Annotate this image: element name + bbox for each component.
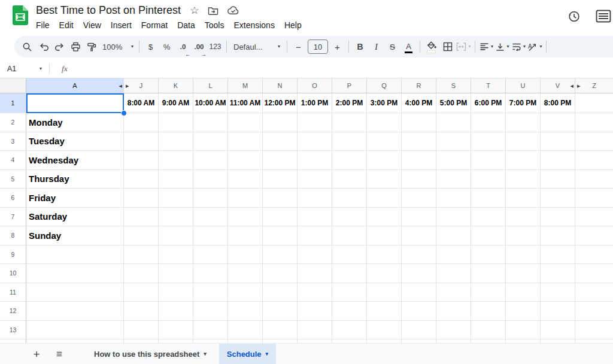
cell[interactable] [193,245,228,265]
column-header-A[interactable]: A◀ [26,78,124,93]
cell[interactable] [436,302,471,321]
column-header-V[interactable]: V◀ [541,78,575,93]
cell[interactable] [263,283,298,302]
cell[interactable] [575,151,613,170]
cell[interactable] [263,321,298,340]
cell[interactable] [228,170,263,189]
cell[interactable] [471,189,506,208]
increase-decimal-button[interactable]: .00 → [191,38,207,55]
cell[interactable] [471,208,506,227]
decrease-decimal-button[interactable]: .0 ← [175,38,191,55]
cell[interactable] [193,208,228,227]
text-rotation-button[interactable]: A ▾ [527,38,543,55]
column-header-R[interactable]: R [402,78,436,93]
cell-A6[interactable]: Friday [26,189,124,208]
cell[interactable] [298,339,332,343]
cell[interactable] [506,208,541,227]
cell[interactable] [471,132,506,151]
cell-A2[interactable]: Monday [26,113,124,132]
menu-data[interactable]: Data [172,19,200,32]
cell[interactable] [367,113,402,132]
cell[interactable]: 4:00 PM [402,93,436,113]
cell[interactable] [436,264,471,283]
cell[interactable] [159,226,193,245]
cell[interactable]: 7:00 PM [506,93,541,113]
cell[interactable]: 1:00 PM [298,93,332,113]
cell[interactable]: 5:00 PM [436,93,471,113]
cell[interactable] [228,302,263,321]
cell[interactable] [193,283,228,302]
cell[interactable] [298,113,332,132]
cell[interactable] [193,264,228,283]
row-header-10[interactable]: 10 [0,264,26,283]
menu-extensions[interactable]: Extensions [229,19,279,32]
fill-handle[interactable] [121,110,127,116]
cell[interactable] [541,264,575,283]
cell[interactable] [471,339,506,343]
cell[interactable] [541,113,575,132]
cell[interactable] [228,189,263,208]
cell[interactable] [263,245,298,265]
cell[interactable] [332,283,367,302]
cell[interactable] [506,321,541,340]
cell[interactable] [332,189,367,208]
cell[interactable] [124,208,159,227]
cell[interactable] [402,189,436,208]
column-header-M[interactable]: M [228,78,263,93]
merge-cells-button[interactable]: ▾ [456,38,472,55]
cell-A9[interactable] [26,245,124,265]
cell[interactable] [298,302,332,321]
menu-tools[interactable]: Tools [200,19,229,32]
row-header-3[interactable]: 3 [0,132,26,151]
cell[interactable] [298,151,332,170]
cell[interactable] [159,208,193,227]
cell[interactable] [541,226,575,245]
cell[interactable] [332,151,367,170]
hidden-columns-marker-icon[interactable]: ▶ [126,84,129,88]
column-header-T[interactable]: T [471,78,506,93]
cell[interactable] [575,93,613,113]
cell[interactable] [124,189,159,208]
cell[interactable] [541,245,575,265]
column-header-N[interactable]: N [263,78,298,93]
cell-A14[interactable] [26,339,124,343]
cell[interactable] [367,339,402,343]
version-history-icon[interactable] [566,9,581,24]
column-header-J[interactable]: ▶J [124,78,159,93]
cell[interactable] [575,321,613,340]
cell[interactable] [402,113,436,132]
cell-A5[interactable]: Thursday [26,170,124,189]
cell[interactable] [575,113,613,132]
cell[interactable] [124,113,159,132]
cell[interactable] [332,170,367,189]
fill-color-button[interactable] [423,38,439,56]
document-title[interactable]: Best Time to Post on Pinterest [36,4,181,17]
cell[interactable] [193,321,228,340]
cell[interactable] [541,283,575,302]
cell[interactable] [541,302,575,321]
cell[interactable] [263,189,298,208]
cell[interactable] [367,264,402,283]
cell[interactable] [193,189,228,208]
cell[interactable] [298,283,332,302]
cell[interactable] [436,245,471,265]
cell[interactable] [263,132,298,151]
cell[interactable] [402,283,436,302]
column-header-Z[interactable]: ▶Z [575,78,613,93]
cell[interactable] [506,245,541,265]
cell[interactable] [332,321,367,340]
cell[interactable]: 2:00 PM [332,93,367,113]
cell-A3[interactable]: Tuesday [26,132,124,151]
sheets-logo-icon[interactable] [13,5,28,26]
vertical-align-button[interactable]: ▾ [494,38,511,55]
cell[interactable]: 6:00 PM [471,93,506,113]
cell[interactable] [541,170,575,189]
cell[interactable] [471,321,506,340]
cell[interactable] [298,170,332,189]
format-currency-button[interactable]: $ [142,38,159,55]
cell[interactable] [298,245,332,265]
cell[interactable] [541,321,575,340]
cell[interactable] [193,113,228,132]
cell-A11[interactable] [26,283,124,302]
cell[interactable]: 12:00 PM [263,93,298,113]
